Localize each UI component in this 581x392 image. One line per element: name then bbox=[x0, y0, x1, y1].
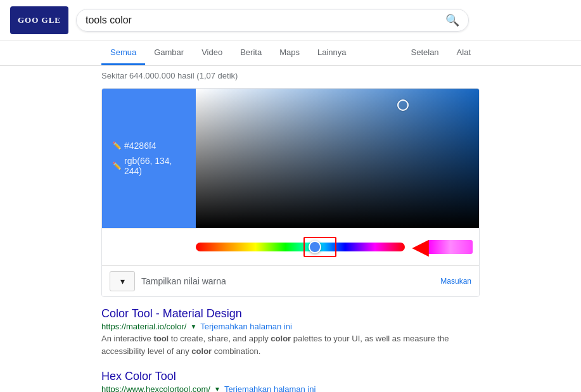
result-arrow-1: ▼ bbox=[190, 323, 196, 330]
result-arrow-2: ▼ bbox=[214, 386, 220, 392]
tab-alat[interactable]: Alat bbox=[448, 41, 480, 65]
widget-body: ✏️ #4286f4 ✏️ rgb(66, 134, 244) bbox=[102, 89, 479, 228]
color-picker-area[interactable] bbox=[196, 89, 479, 228]
result-desc-1: An interactive tool to create, share, an… bbox=[101, 332, 480, 357]
pencil-icon-hex: ✏️ bbox=[112, 141, 122, 150]
tab-lainnya[interactable]: Lainnya bbox=[309, 41, 355, 65]
logo-text: GOO GLE bbox=[18, 15, 61, 25]
translate-link-2[interactable]: Terjemahkan halaman ini bbox=[224, 384, 316, 392]
pencil-icon-rgb: ✏️ bbox=[112, 161, 122, 170]
arrow-left-annotation: ◀ bbox=[412, 235, 473, 259]
color-tool-widget: ✏️ #4286f4 ✏️ rgb(66, 134, 244) ◀ bbox=[101, 88, 480, 297]
tab-berita[interactable]: Berita bbox=[231, 41, 271, 65]
color-preview-panel: ✏️ #4286f4 ✏️ rgb(66, 134, 244) bbox=[102, 89, 196, 228]
highlight-color-2: color bbox=[191, 346, 212, 356]
hex-value-text: #4286f4 bbox=[124, 141, 156, 151]
tab-maps[interactable]: Maps bbox=[271, 41, 309, 65]
result-item-2: Hex Color Tool https://www.hexcolortool.… bbox=[101, 370, 480, 392]
result-url-1: https://material.io/color/ bbox=[101, 322, 186, 331]
left-arrow-icon: ◀ bbox=[412, 235, 428, 259]
masukan-link[interactable]: Masukan bbox=[440, 277, 471, 286]
dropdown-button[interactable]: ▾ bbox=[110, 271, 135, 291]
nav-tabs: Semua Gambar Video Berita Maps Lainnya S… bbox=[0, 41, 581, 66]
chevron-down-icon: ▾ bbox=[120, 276, 125, 286]
gradient-saturation[interactable] bbox=[196, 89, 479, 228]
tab-gambar[interactable]: Gambar bbox=[145, 41, 193, 65]
dropdown-row: ▶ ▾ Tampilkan nilai warna Masukan bbox=[102, 265, 479, 296]
rgb-value-text: rgb(66, 134, 244) bbox=[124, 156, 186, 176]
translate-link-1[interactable]: Terjemahkan halaman ini bbox=[200, 322, 292, 331]
hue-thumb[interactable] bbox=[309, 241, 321, 253]
result-item-1: Color Tool - Material Design https://mat… bbox=[101, 307, 480, 357]
search-button[interactable]: 🔍 bbox=[445, 13, 459, 27]
arrow-annotation: ◀ bbox=[412, 235, 473, 259]
dropdown-label: Tampilkan nilai warna bbox=[141, 276, 226, 286]
search-bar: 🔍 bbox=[76, 9, 469, 32]
tab-semua[interactable]: Semua bbox=[101, 41, 145, 65]
tab-video[interactable]: Video bbox=[193, 41, 231, 65]
arrow-fill bbox=[428, 240, 473, 254]
tab-setelan[interactable]: Setelan bbox=[402, 41, 448, 65]
header: GOO GLE 🔍 bbox=[0, 0, 581, 41]
result-title-2[interactable]: Hex Color Tool bbox=[101, 370, 480, 383]
picker-cursor[interactable] bbox=[397, 99, 409, 111]
search-input[interactable] bbox=[86, 15, 445, 26]
result-url-row-2: https://www.hexcolortool.com/ ▼ Terjemah… bbox=[101, 384, 480, 392]
result-count: Sekitar 644.000.000 hasil (1,07 detik) bbox=[0, 66, 581, 85]
nav-right: Setelan Alat bbox=[402, 41, 480, 65]
search-results: Color Tool - Material Design https://mat… bbox=[0, 307, 581, 392]
hue-slider[interactable] bbox=[196, 243, 405, 251]
google-logo[interactable]: GOO GLE bbox=[10, 6, 68, 34]
slider-row: ◀ bbox=[102, 228, 479, 265]
result-title-1[interactable]: Color Tool - Material Design bbox=[101, 307, 480, 320]
highlight-color-1: color bbox=[271, 334, 291, 343]
result-url-row-1: https://material.io/color/ ▼ Terjemahkan… bbox=[101, 322, 480, 331]
result-url-2: https://www.hexcolortool.com/ bbox=[101, 384, 210, 392]
hex-value-row: ✏️ #4286f4 bbox=[112, 141, 186, 151]
highlight-tool: tool bbox=[153, 334, 169, 343]
rgb-value-row: ✏️ rgb(66, 134, 244) bbox=[112, 156, 186, 176]
